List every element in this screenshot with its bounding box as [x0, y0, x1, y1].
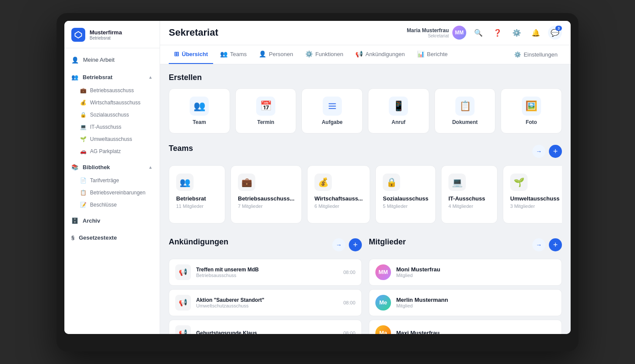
- teams-actions: → +: [532, 145, 562, 158]
- sidebar-section-betriebsrat-header[interactable]: 👥 Betriebsrat ▲: [64, 70, 160, 84]
- sidebar-item-betriebsausschuss[interactable]: 💼 Betriebsausschuss: [64, 84, 160, 97]
- car-icon: 🚗: [80, 148, 87, 154]
- help-button[interactable]: ❓: [491, 26, 505, 40]
- team-card-wirtschaftsausschuss[interactable]: 💰 Wirtschaftsauss... 6 Mitglieder: [307, 165, 370, 224]
- announcements-add-button[interactable]: +: [349, 238, 362, 251]
- member-name-1: Moni Musterfrau: [396, 266, 440, 273]
- teams-section-header: Teams → +: [169, 144, 562, 159]
- create-aufgabe-card[interactable]: Aufgabe: [301, 88, 363, 134]
- betriebsrat-team-name: Betriebsrat: [176, 195, 218, 202]
- settings-button[interactable]: ⚙️: [510, 26, 524, 40]
- sozialausschuss-team-icon: 🔒: [383, 174, 400, 191]
- team-card-sozialausschuss[interactable]: 🔒 Sozialausschuss 5 Mitglieder: [375, 165, 436, 224]
- aufgabe-create-label: Aufgabe: [322, 119, 343, 125]
- sidebar-item-beschluesse[interactable]: 📝 Beschlüsse: [64, 199, 160, 211]
- tab-teams[interactable]: 👥 Teams: [215, 45, 252, 64]
- announcement-item-3[interactable]: 📢 Geburtstagsrunde Klaus 08:00: [169, 320, 362, 334]
- sidebar-item-archiv[interactable]: 🗄️ Archiv: [64, 214, 160, 228]
- brand-text: Musterfirma Betriebsrat: [90, 29, 122, 40]
- team-create-icon: 👥: [190, 97, 209, 116]
- money-icon: 💰: [80, 100, 87, 106]
- betriebsrat-team-members: 11 Mitglieder: [176, 204, 218, 209]
- members-arrow-button[interactable]: →: [532, 238, 545, 251]
- sidebar-item-it-ausschuss[interactable]: 💻 IT-Ausschuss: [64, 121, 160, 133]
- chevron-up-icon: ▲: [148, 165, 153, 170]
- tab-funktionen[interactable]: ⚙️ Funktionen: [300, 45, 348, 64]
- ag-parkplatz-label: AG Parkplatz: [90, 148, 121, 154]
- section-left: 🗄️ Archiv: [71, 217, 100, 224]
- member-item-3[interactable]: Ma Maxi Musterfrau: [369, 320, 562, 334]
- create-dokument-card[interactable]: 📋 Dokument: [434, 88, 496, 134]
- tabs-bar: ⊞ Übersicht 👥 Teams 👤 Personen ⚙️ Funkti…: [160, 45, 571, 64]
- create-foto-card[interactable]: 🖼️ Foto: [501, 88, 562, 134]
- wirtschaftsausschuss-team-icon: 💰: [314, 174, 332, 191]
- chat-badge: 3: [555, 26, 562, 31]
- members-title: Mitglieder: [369, 237, 406, 247]
- members-add-button[interactable]: +: [549, 238, 562, 251]
- announcement-icon-3: 📢: [175, 325, 191, 334]
- berichte-icon: 📊: [417, 50, 424, 57]
- sidebar-item-meine-arbeit[interactable]: 👤 Meine Arbeit: [64, 53, 160, 67]
- create-team-card[interactable]: 👥 Team: [169, 88, 230, 134]
- einstellungen-label: Einstellungen: [524, 51, 558, 58]
- tab-einstellungen[interactable]: ⚙️ Einstellungen: [510, 51, 562, 58]
- betriebsrat-icon: 👥: [71, 74, 78, 80]
- einstellungen-icon: ⚙️: [514, 51, 521, 58]
- teams-arrow-button[interactable]: →: [532, 145, 545, 158]
- teams-add-button[interactable]: +: [549, 145, 562, 158]
- announcements-arrow-button[interactable]: →: [332, 238, 345, 251]
- announcement-icon-2: 📢: [175, 295, 191, 311]
- member-role-1: Mitglied: [396, 273, 440, 278]
- members-actions: → +: [532, 238, 562, 251]
- member-item-2[interactable]: Me Merlin Mustermann Mitglied: [369, 289, 562, 316]
- announcement-item-2[interactable]: 📢 Aktion "Sauberer Standort" Umweltschut…: [169, 289, 362, 316]
- tab-personen[interactable]: 👤 Personen: [254, 45, 298, 64]
- announcements-title: Ankündigungen: [169, 237, 228, 247]
- create-termin-card[interactable]: 📅 Termin: [235, 88, 297, 134]
- tab-ubersicht[interactable]: ⊞ Übersicht: [169, 45, 213, 64]
- notifications-button[interactable]: 🔔: [529, 26, 543, 40]
- team-card-betriebsrat[interactable]: 👥 Betriebsrat 11 Mitglieder: [169, 165, 225, 224]
- it-ausschuss-label: IT-Ausschuss: [90, 124, 121, 130]
- page-title: Sekretariat: [169, 27, 218, 38]
- team-card-umweltausschuss[interactable]: 🌱 Umweltausschuss 3 Mitglieder: [503, 165, 562, 224]
- umweltausschuss-team-members: 3 Mitglieder: [510, 204, 559, 209]
- announcement-sub-1: Betriebsausschuss: [196, 273, 338, 278]
- member-item-1[interactable]: MM Moni Musterfrau Mitglied: [369, 259, 562, 286]
- announcement-icon-1: 📢: [175, 264, 191, 280]
- betriebsrat-label: Betriebsrat: [83, 74, 113, 80]
- sidebar-item-wirtschaftsausschuss[interactable]: 💰 Wirtschaftsausschuss: [64, 97, 160, 109]
- screen: Musterfirma Betriebsrat 👤 Meine Arbeit 👥: [64, 21, 571, 334]
- team-create-label: Team: [193, 119, 206, 125]
- avatar[interactable]: MM: [452, 26, 466, 40]
- aufgabe-create-icon: [323, 97, 342, 116]
- section-left: § Gesetzestexte: [71, 234, 117, 241]
- tab-berichte[interactable]: 📊 Berichte: [412, 45, 453, 64]
- user-info: Maria Musterfrau Sekretariat MM: [407, 26, 466, 40]
- announcement-content-3: Geburtstagsrunde Klaus: [196, 330, 338, 334]
- tab-funktionen-label: Funktionen: [315, 51, 343, 57]
- sidebar-item-betriebsvereinbarungen[interactable]: 📋 Betriebsvereinbarungen: [64, 187, 160, 199]
- team-card-it-ausschuss[interactable]: 💻 IT-Ausschuss 4 Mitglieder: [441, 165, 498, 224]
- topbar-left: Sekretariat: [169, 27, 218, 38]
- team-card-betriebsausschuss[interactable]: 💼 Betriebsausschuss... 7 Mitglieder: [231, 165, 302, 224]
- create-anruf-card[interactable]: 📱 Anruf: [368, 88, 429, 134]
- chat-button[interactable]: 💬 3: [548, 26, 562, 40]
- sozialausschuss-team-members: 5 Mitglieder: [383, 204, 428, 209]
- sidebar-section-bibliothek-header[interactable]: 📚 Bibliothek ▲: [64, 160, 160, 174]
- search-button[interactable]: 🔍: [471, 26, 485, 40]
- topbar-right: Maria Musterfrau Sekretariat MM 🔍 ❓ ⚙️ 🔔: [407, 26, 562, 40]
- sidebar-item-ag-parkplatz[interactable]: 🚗 AG Parkplatz: [64, 145, 160, 157]
- sidebar-item-sozialausschuss[interactable]: 🔒 Sozialausschuss: [64, 109, 160, 121]
- section-left: 👥 Betriebsrat: [71, 74, 113, 80]
- sidebar-item-umweltausschuss[interactable]: 🌱 Umweltausschuss: [64, 133, 160, 145]
- betriebsausschuss-label: Betriebsausschuss: [90, 87, 134, 94]
- it-ausschuss-team-members: 4 Mitglieder: [448, 204, 490, 209]
- sidebar-item-tarifvertraege[interactable]: 📄 Tarifverträge: [64, 174, 160, 187]
- company-sub: Betriebsrat: [90, 36, 122, 40]
- brand[interactable]: Musterfirma Betriebsrat: [64, 21, 160, 48]
- announcements-header: Ankündigungen → +: [169, 237, 362, 253]
- sidebar-item-gesetzestexte[interactable]: § Gesetzestexte: [64, 230, 160, 245]
- tab-ankuendigungen[interactable]: 📢 Ankündigungen: [350, 45, 410, 64]
- announcement-item-1[interactable]: 📢 Treffen mit unserem MdB Betriebsaussch…: [169, 259, 362, 286]
